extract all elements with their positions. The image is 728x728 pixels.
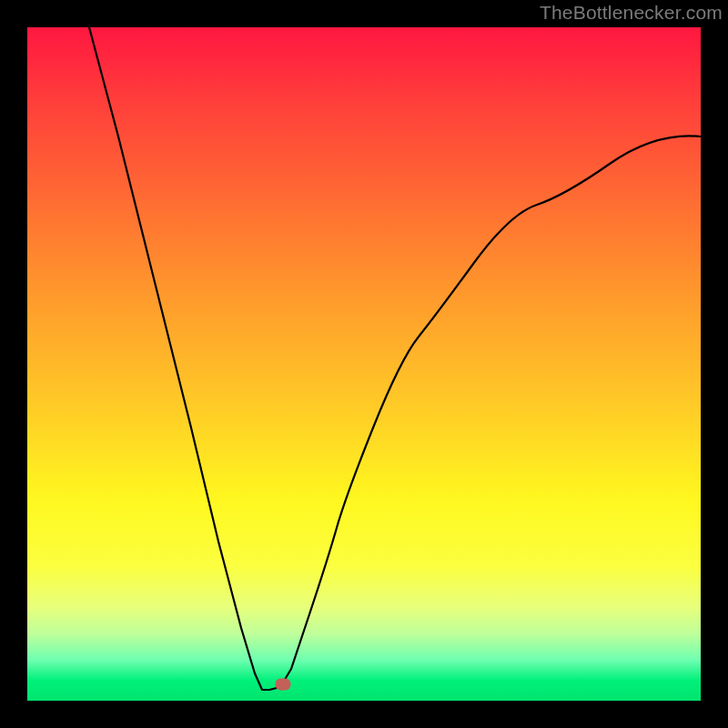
chart-plot-area — [27, 27, 701, 701]
optimal-point-marker — [276, 679, 291, 691]
chart-frame: TheBottlenecker.com — [0, 0, 728, 728]
bottleneck-curve — [27, 27, 701, 701]
watermark-text: TheBottlenecker.com — [540, 2, 723, 24]
bottleneck-curve-path — [89, 27, 701, 690]
